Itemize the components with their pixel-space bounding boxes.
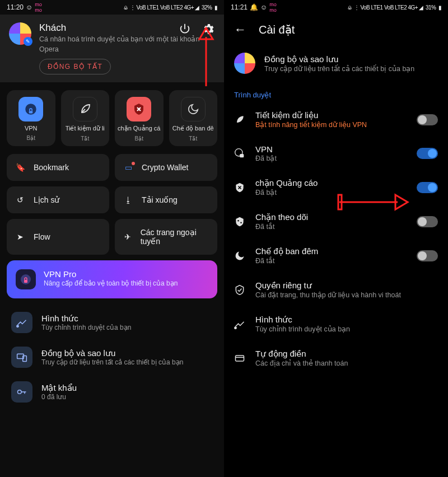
battery-icon: ▮ — [438, 4, 442, 11]
opt-label: Các trang ngoại tuyến — [141, 228, 209, 246]
opt-label: Crypto Wallet — [142, 163, 189, 172]
sync-backup-row[interactable]: Đồng bộ và sao lưu Truy cập dữ liệu trên… — [224, 47, 448, 86]
setting-title: Tiết kiệm dữ liệu — [255, 110, 408, 120]
tile-night-mode[interactable]: Chế độ ban đê Tắt — [169, 90, 218, 146]
left-screen: 11:20 ☺ momo 🕭 ⋮ VoB LTE1 VoB LTE2 4G+ ◢… — [0, 0, 224, 477]
key-icon — [11, 381, 32, 403]
status-bar-right: 11:21 🔔 ☺ momo 🕭 ⋮ VoB LTE1 VoB LTE2 4G+… — [224, 0, 448, 15]
back-icon[interactable]: ← — [234, 22, 246, 37]
crypto-wallet-button[interactable]: ▭ Crypto Wallet — [115, 154, 217, 181]
tile-adblock[interactable]: chặn Quảng cá Bật — [115, 90, 164, 146]
history-button[interactable]: ↺ Lịch sử — [7, 186, 109, 213]
tile-label: VPN — [9, 125, 53, 132]
setting-sub: Các địa chỉ và thẻ thanh toán — [255, 359, 438, 367]
options-grid: 🔖 Bookmark ▭ Crypto Wallet ↺ Lịch sử ⭳ T… — [0, 154, 224, 260]
offline-pages-button[interactable]: ✈ Các trang ngoại tuyến — [115, 219, 217, 255]
tile-state: Bật — [135, 135, 143, 142]
battery-icon: ▮ — [214, 4, 218, 11]
bookmark-icon: 🔖 — [15, 163, 26, 172]
setting-appearance[interactable]: Hình thức Tùy chỉnh trình duyệt của bạn — [224, 307, 448, 341]
card-icon — [234, 353, 246, 364]
status-time: 11:20 — [7, 3, 24, 11]
setting-title: Chặn theo dõi — [255, 212, 408, 222]
toggle-night[interactable] — [417, 250, 438, 261]
setting-privacy[interactable]: Quyền riêng tư Cài đặt trang, thu thập d… — [224, 273, 448, 307]
flow-icon: ➤ — [15, 232, 26, 241]
tile-label: Tiết kiệm dữ li — [63, 125, 108, 132]
setting-vpn[interactable]: VPN Đã bật — [224, 137, 448, 170]
profile-card: ✎ Khách Cá nhân hoá trình duyệt của bạn … — [0, 15, 224, 82]
adblock-icon — [127, 97, 151, 121]
gear-icon[interactable] — [202, 22, 215, 36]
setting-sub: Tùy chỉnh trình duyệt của bạn — [255, 325, 438, 333]
setting-data-savings[interactable]: Tiết kiệm dữ liệu Bật tính năng tiết kiệ… — [224, 102, 448, 137]
status-bar-left: 11:20 ☺ momo 🕭 ⋮ VoB LTE1 VoB LTE2 4G+ ◢… — [0, 0, 224, 15]
status-indicators: 🕭 ⋮ VoB LTE1 VoB LTE2 4G+ ◢ — [123, 4, 199, 11]
status-indicators: 🕭 ⋮ VoB LTE1 VoB LTE2 4G+ ◢ — [347, 4, 423, 11]
toggle-adblock[interactable] — [417, 182, 438, 193]
opt-label: Lịch sử — [34, 195, 59, 204]
list-item-title: Hình thức — [41, 314, 131, 324]
setting-title: Chế độ ban đêm — [255, 246, 408, 256]
svg-point-13 — [240, 222, 242, 223]
battery-text: 31% — [426, 4, 436, 11]
list-item-title: Đồng bộ và sao lưu — [41, 348, 183, 358]
sync-title: Đồng bộ và sao lưu — [264, 54, 414, 64]
devices-icon — [11, 347, 32, 368]
toggle-vpn[interactable] — [417, 148, 438, 159]
promo-title: VPN Pro — [44, 269, 178, 279]
setting-autofill[interactable]: Tự động điền Các địa chỉ và thẻ thanh to… — [224, 341, 448, 375]
passwords-item[interactable]: Mật khẩu 0 đã lưu — [7, 375, 217, 409]
setting-adblock[interactable]: chặn Quảng cáo Đã bật — [224, 170, 448, 204]
sync-all-button[interactable]: ĐỒNG BỘ TẤT — [39, 59, 111, 74]
tile-data-savings[interactable]: Tiết kiệm dữ li Tắt — [61, 90, 110, 146]
svg-point-5 — [17, 325, 18, 327]
tile-vpn[interactable]: VPN Bật — [7, 90, 55, 146]
sync-backup-item[interactable]: Đồng bộ và sao lưu Truy cập dữ liệu trên… — [7, 340, 217, 375]
bell-icon: 🔔 — [250, 3, 258, 11]
downloads-button[interactable]: ⭳ Tải xuống — [115, 186, 217, 213]
bookmark-button[interactable]: 🔖 Bookmark — [7, 154, 109, 181]
setting-title: VPN — [255, 144, 408, 154]
leaf-icon — [73, 97, 97, 121]
list-item-sub: 0 đã lưu — [41, 393, 77, 401]
section-header-browser: Trình duyệt — [224, 86, 448, 102]
opt-label: Flow — [34, 232, 50, 241]
globe-lock-icon — [234, 148, 246, 159]
setting-sub: Cài đặt trang, thu thập dữ liệu và hành … — [255, 291, 438, 299]
viber-icon: ☺ — [260, 3, 267, 11]
sync-avatar-icon — [234, 53, 255, 74]
setting-sub: Đã bật — [255, 188, 408, 197]
vpn-pro-icon — [16, 269, 36, 289]
list-item-title: Mật khẩu — [41, 383, 77, 393]
tile-label: Chế độ ban đê — [171, 125, 216, 132]
toggle-data-savings[interactable] — [417, 114, 438, 125]
appearance-item[interactable]: Hình thức Tùy chỉnh trình duyệt của bạn — [7, 305, 217, 340]
shield-footprint-icon — [234, 216, 246, 227]
setting-sub: Bật tính năng tiết kiệm dữ liệu VPN — [255, 120, 408, 129]
tile-label: chặn Quảng cá — [117, 125, 161, 132]
setting-night-mode[interactable]: Chế độ ban đêm Đã tắt — [224, 238, 448, 273]
svg-rect-4 — [24, 280, 27, 283]
toggle-tracker[interactable] — [417, 216, 438, 227]
svg-point-14 — [235, 327, 236, 329]
svg-point-3 — [21, 274, 31, 284]
list-item-sub: Tùy chỉnh trình duyệt của bạn — [41, 324, 131, 331]
vpn-pro-promo[interactable]: VPN Pro Nâng cấp để bảo vệ toàn bộ thiết… — [7, 260, 217, 298]
setting-title: Hình thức — [255, 315, 438, 325]
tile-state: Bật — [27, 135, 35, 141]
flow-button[interactable]: ➤ Flow — [7, 219, 109, 255]
tile-state: Tắt — [81, 135, 89, 142]
paint-icon — [234, 319, 246, 330]
setting-title: Quyền riêng tư — [255, 280, 438, 291]
setting-title: chặn Quảng cáo — [255, 178, 408, 188]
svg-rect-15 — [236, 356, 244, 361]
setting-title: Tự động điền — [255, 349, 438, 359]
svg-point-12 — [237, 220, 239, 222]
shield-x-icon — [234, 182, 246, 193]
edit-avatar-icon[interactable]: ✎ — [24, 37, 32, 46]
setting-tracker-block[interactable]: Chặn theo dõi Đã tắt — [224, 204, 448, 238]
power-icon[interactable] — [178, 22, 192, 36]
avatar[interactable]: ✎ — [9, 22, 31, 45]
quick-tiles-row: VPN Bật Tiết kiệm dữ li Tắt chặn Quảng c… — [0, 82, 224, 154]
